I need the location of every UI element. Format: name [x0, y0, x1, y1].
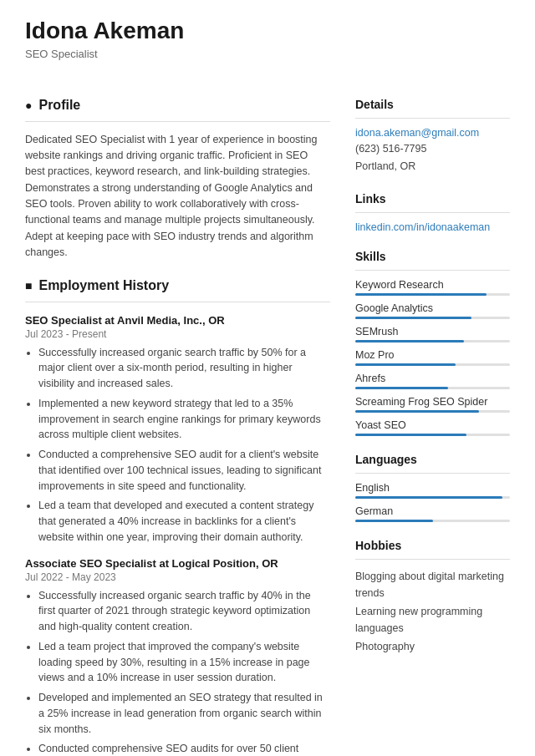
language-bar-bg [355, 496, 510, 499]
skill-bar-fill [355, 317, 471, 319]
bullet: Developed and implemented an SEO strateg… [38, 690, 330, 737]
skill-name: Yoast SEO [355, 419, 510, 431]
skill-bar-fill [355, 387, 448, 389]
profile-section-title: ● Profile [25, 98, 330, 113]
job-entry-2: Associate SEO Specialist at Logical Posi… [25, 557, 330, 756]
language-name: English [355, 482, 510, 494]
language-bar-fill [355, 520, 433, 522]
details-divider [355, 118, 510, 119]
skills-divider [355, 270, 510, 271]
job-title-2: Associate SEO Specialist at Logical Posi… [25, 557, 330, 570]
bullet: Led a team that developed and executed a… [38, 498, 330, 545]
skill-name: Ahrefs [355, 373, 510, 384]
profile-divider [25, 121, 330, 122]
bullet: Successfully increased organic search tr… [38, 588, 330, 635]
employment-section-title: ■ Employment History [25, 278, 330, 293]
skill-item: Keyword Research [355, 279, 510, 296]
employment-icon: ■ [25, 279, 32, 292]
skill-name: Screaming Frog SEO Spider [355, 396, 510, 408]
hobby-item: Photography [355, 638, 510, 655]
hobby-item: Blogging about digital marketing trends [355, 568, 510, 601]
skill-bar-bg [355, 340, 510, 342]
skill-item: Moz Pro [355, 349, 510, 366]
resume-header: Idona Akeman SEO Specialist [0, 0, 535, 73]
skill-bar-bg [355, 317, 510, 319]
skill-item: Google Analytics [355, 302, 510, 319]
bullet: Conducted a comprehensive SEO audit for … [38, 447, 330, 494]
hobbies-list: Blogging about digital marketing trendsL… [355, 568, 510, 655]
links-section-title: Links [355, 192, 510, 205]
bullet: Implemented a new keyword strategy that … [38, 396, 330, 443]
skills-list: Keyword Research Google Analytics SEMrus… [355, 279, 510, 436]
hobbies-section-title: Hobbies [355, 539, 510, 552]
details-section-title: Details [355, 98, 510, 111]
job-entry-1: SEO Specialist at Anvil Media, Inc., OR … [25, 314, 330, 545]
skill-name: Moz Pro [355, 349, 510, 361]
job-date-2: Jul 2022 - May 2023 [25, 571, 330, 583]
skill-bar-fill [355, 340, 464, 342]
job-bullets-2: Successfully increased organic search tr… [25, 588, 330, 756]
skill-name: Google Analytics [355, 302, 510, 314]
languages-list: English German [355, 482, 510, 522]
skill-name: Keyword Research [355, 279, 510, 291]
skill-bar-bg [355, 410, 510, 413]
hobbies-divider [355, 559, 510, 560]
skill-bar-fill [355, 434, 466, 436]
profile-icon: ● [25, 99, 32, 112]
job-bullets-1: Successfully increased organic search tr… [25, 345, 330, 545]
skill-bar-fill [355, 363, 456, 366]
skill-bar-bg [355, 293, 510, 296]
right-column: Details idona.akeman@gmail.com (623) 516… [355, 98, 510, 756]
hobby-item: Learning new programming languages [355, 603, 510, 637]
skill-name: SEMrush [355, 326, 510, 337]
links-divider [355, 212, 510, 213]
skill-item: Screaming Frog SEO Spider [355, 396, 510, 413]
languages-section-title: Languages [355, 453, 510, 466]
location: Portland, OR [355, 158, 510, 175]
phone: (623) 516-7795 [355, 140, 510, 158]
bullet: Led a team project that improved the com… [38, 639, 330, 686]
skill-bar-bg [355, 363, 510, 366]
job-date-1: Jul 2023 - Present [25, 328, 330, 340]
language-name: German [355, 505, 510, 517]
employment-divider [25, 302, 330, 302]
candidate-subtitle: SEO Specialist [25, 48, 510, 60]
skill-item: Yoast SEO [355, 419, 510, 436]
skill-bar-fill [355, 293, 487, 296]
skill-bar-fill [355, 410, 479, 413]
skill-item: SEMrush [355, 326, 510, 342]
bullet: Successfully increased organic search tr… [38, 345, 330, 392]
languages-divider [355, 473, 510, 474]
skill-bar-bg [355, 434, 510, 436]
language-item: German [355, 505, 510, 522]
language-bar-fill [355, 496, 502, 499]
language-bar-bg [355, 520, 510, 522]
skills-section-title: Skills [355, 250, 510, 263]
bullet: Conducted comprehensive SEO audits for o… [38, 741, 330, 756]
skill-bar-bg [355, 387, 510, 389]
job-title-1: SEO Specialist at Anvil Media, Inc., OR [25, 314, 330, 327]
left-column: ● Profile Dedicated SEO Specialist with … [25, 98, 330, 756]
skill-item: Ahrefs [355, 373, 510, 389]
email-link[interactable]: idona.akeman@gmail.com [355, 127, 510, 139]
profile-text: Dedicated SEO Specialist with 1 year of … [25, 132, 330, 261]
language-item: English [355, 482, 510, 499]
candidate-name: Idona Akeman [25, 17, 510, 45]
linkedin-link[interactable]: linkedin.com/in/idonaakeman [355, 221, 510, 233]
